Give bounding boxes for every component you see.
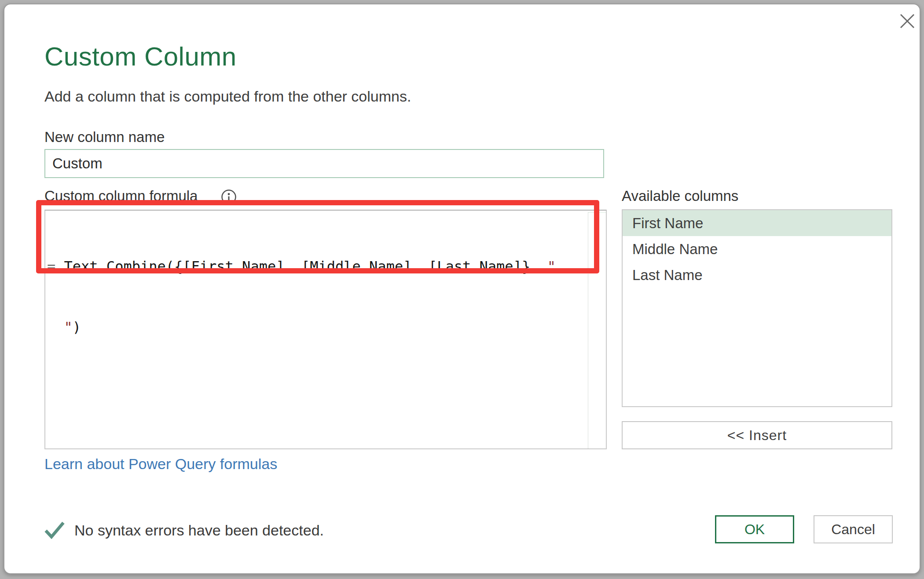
ok-button[interactable]: OK — [715, 515, 794, 543]
screen: { "dialog": { "title": "Custom Column", … — [0, 0, 924, 579]
insert-button[interactable]: << Insert — [622, 421, 892, 449]
close-paren: ) — [73, 319, 81, 335]
cancel-button[interactable]: Cancel — [814, 515, 893, 543]
annotation-rectangle — [36, 200, 599, 273]
available-columns-label: Available columns — [622, 188, 738, 204]
learn-formulas-link[interactable]: Learn about Power Query formulas — [44, 455, 277, 473]
new-column-name-input[interactable] — [44, 149, 604, 178]
close-icon — [900, 14, 915, 29]
checkmark-icon — [44, 521, 65, 539]
formula-line-2: ") — [47, 317, 556, 337]
syntax-status-message: No syntax errors have been detected. — [74, 522, 324, 539]
list-item-middle-name[interactable]: Middle Name — [623, 236, 891, 262]
list-item-first-name[interactable]: First Name — [623, 210, 891, 236]
list-item-last-name[interactable]: Last Name — [623, 262, 891, 288]
dialog-title: Custom Column — [44, 41, 237, 72]
dialog-subtitle: Add a column that is computed from the o… — [44, 88, 411, 105]
syntax-status: No syntax errors have been detected. — [44, 520, 324, 541]
custom-column-dialog: Custom Column Add a column that is compu… — [4, 4, 920, 574]
new-column-name-label: New column name — [44, 129, 165, 146]
close-button[interactable] — [897, 11, 918, 32]
string-close-quote: " — [47, 319, 73, 335]
available-columns-list: First Name Middle Name Last Name — [622, 209, 892, 407]
